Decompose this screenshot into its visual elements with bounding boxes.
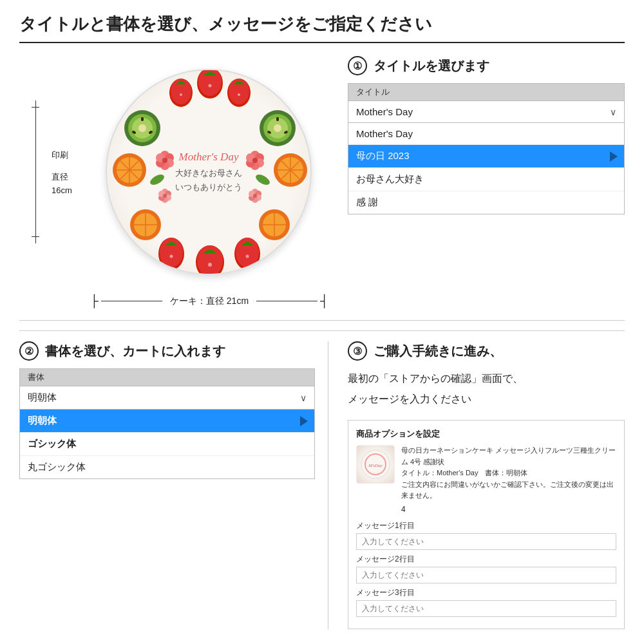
step2-section: ② 書体を選び、カートに入れます 書体 明朝体 ∨ 明朝体 ゴシック体 丸ゴシッ… <box>19 341 328 629</box>
product-options-box: 商品オプションを設定 M'sDay 母の日カーネーションケーキ メッセージ入りフ… <box>348 420 625 629</box>
step1-label: タイトルを選びます <box>374 57 489 75</box>
cake-section: 印刷 直径 16cm <box>19 56 328 288</box>
cake-text-area: Mother's Day 大好きなお母さん いつもありがとう <box>175 151 242 193</box>
bottom-layout: ② 書体を選び、カートに入れます 書体 明朝体 ∨ 明朝体 ゴシック体 丸ゴシッ… <box>19 330 625 629</box>
message3-label: メッセージ3行目 <box>356 587 616 598</box>
product-preview-row: M'sDay 母の日カーネーションケーキ メッセージ入りフルーツ三種生クリーム … <box>356 445 616 515</box>
font-option-3[interactable]: 丸ゴシック体 <box>20 456 314 478</box>
step3-number: ③ <box>348 341 367 361</box>
product-name: 母の日カーネーションケーキ メッセージ入りフルーツ三種生クリーム 4号 感謝状 <box>401 445 616 468</box>
title-option-2[interactable]: 母の日 2023 <box>348 145 624 168</box>
cake-text-line1: Mother's Day <box>175 151 242 164</box>
font-option-1[interactable]: 明朝体 <box>20 410 314 433</box>
chevron-down-icon: ∨ <box>610 107 616 117</box>
title-dropdown-selected[interactable]: Mother's Day ∨ <box>348 100 625 123</box>
message2-label: メッセージ2行目 <box>356 554 616 565</box>
svg-point-47 <box>236 238 259 267</box>
cake-bottom-text: ケーキ：直径 21cm <box>170 296 249 307</box>
svg-point-44 <box>197 245 223 275</box>
svg-point-90 <box>254 173 272 187</box>
message1-input[interactable] <box>356 533 616 550</box>
cake-circle: Mother's Day 大好きなお母さん いつもありがとう <box>106 69 312 275</box>
step3-subtext: 最初の「ストアからの確認」画面で、 メッセージを入力ください <box>348 368 625 410</box>
page-title: タイトルと書体を選び、メッセージをご指定ください <box>19 13 625 43</box>
font-dropdown-label: 書体 <box>19 368 315 386</box>
print-label: 印刷 <box>52 149 90 161</box>
diameter-label: 直径 <box>52 171 90 183</box>
step2-label: 書体を選び、カートに入れます <box>45 343 225 360</box>
step2-header: ② 書体を選び、カートに入れます <box>19 341 315 361</box>
step3-section: ③ ご購入手続きに進み、 最初の「ストアからの確認」画面で、 メッセージを入力く… <box>328 341 625 629</box>
dimension-line <box>19 81 52 263</box>
step3-header: ③ ご購入手続きに進み、 <box>348 341 625 361</box>
font-dropdown-wrapper: 書体 明朝体 ∨ 明朝体 ゴシック体 丸ゴシック体 <box>19 368 315 479</box>
svg-point-88 <box>253 194 257 198</box>
svg-point-89 <box>149 173 166 187</box>
cake-text-line2: 大好きなお母さん <box>175 167 242 179</box>
svg-point-80 <box>163 194 167 198</box>
message1-label: メッセージ1行目 <box>356 520 616 531</box>
product-note: ご注文内容にお間違いがないかご確認下さい。ご注文後の変更は出来ません。 <box>401 479 616 502</box>
title-option-3[interactable]: お母さん大好き <box>348 168 624 191</box>
left-panel: 印刷 直径 16cm <box>19 56 328 310</box>
chevron-down-icon-2: ∨ <box>300 393 307 403</box>
product-options-title: 商品オプションを設定 <box>356 428 616 440</box>
svg-point-23 <box>274 124 281 132</box>
step3-line2: 最初の「ストアからの確認」画面で、 <box>348 368 625 389</box>
message3-input[interactable] <box>356 600 616 617</box>
font-dropdown-list: 明朝体 ゴシック体 丸ゴシック体 <box>19 410 315 479</box>
step1-header: ① タイトルを選びます <box>348 56 625 75</box>
title-option-4[interactable]: 感 謝 <box>348 191 624 214</box>
step2-number: ② <box>19 341 39 361</box>
cake-bottom-label: ├ ケーキ：直径 21cm ┤ <box>19 294 328 308</box>
svg-point-72 <box>252 158 258 163</box>
message2-input[interactable] <box>356 567 616 583</box>
svg-point-45 <box>208 263 212 267</box>
step3-line3: メッセージを入力ください <box>348 389 625 410</box>
diameter-value: 16cm <box>52 185 90 195</box>
section-divider <box>19 320 625 321</box>
svg-point-9 <box>238 93 240 96</box>
right-panel: ① タイトルを選びます タイトル Mother's Day ∨ Mother's… <box>328 56 625 310</box>
dimension-labels: 印刷 直径 16cm <box>52 149 90 195</box>
svg-text:M'sDay: M'sDay <box>368 463 383 468</box>
title-option-1[interactable]: Mother's Day <box>348 123 624 145</box>
product-info-group: 母の日カーネーションケーキ メッセージ入りフルーツ三種生クリーム 4号 感謝状 … <box>401 445 616 515</box>
svg-point-48 <box>246 255 249 258</box>
svg-point-6 <box>209 84 212 88</box>
product-qty: 4ゟ <box>401 504 616 515</box>
step3-label: ご購入手続きに進み、 <box>374 343 502 360</box>
title-dropdown-label: タイトル <box>348 83 625 100</box>
font-selected-value: 明朝体 <box>28 392 57 404</box>
svg-point-3 <box>180 93 182 96</box>
font-dropdown-selected[interactable]: 明朝体 ∨ <box>19 386 315 410</box>
step1-number: ① <box>348 56 367 75</box>
cake-text-line3: いつもありがとう <box>175 182 242 193</box>
font-option-2[interactable]: ゴシック体 <box>20 433 314 456</box>
svg-point-64 <box>162 158 167 163</box>
svg-point-17 <box>141 117 144 121</box>
svg-point-13 <box>138 124 146 132</box>
product-detail: タイトル：Mother's Day 書体：明朝体 <box>401 468 616 479</box>
title-dropdown-list: Mother's Day 母の日 2023 お母さん大好き 感 謝 <box>348 123 625 214</box>
title-selected-value: Mother's Day <box>356 106 413 117</box>
svg-point-27 <box>276 117 279 121</box>
product-thumbnail: M'sDay <box>356 445 395 484</box>
svg-point-41 <box>160 238 183 267</box>
cake-image-container: Mother's Day 大好きなお母さん いつもありがとう <box>93 56 325 288</box>
message-fields: メッセージ1行目 メッセージ2行目 メッセージ3行目 <box>356 520 616 621</box>
svg-point-42 <box>170 255 173 258</box>
